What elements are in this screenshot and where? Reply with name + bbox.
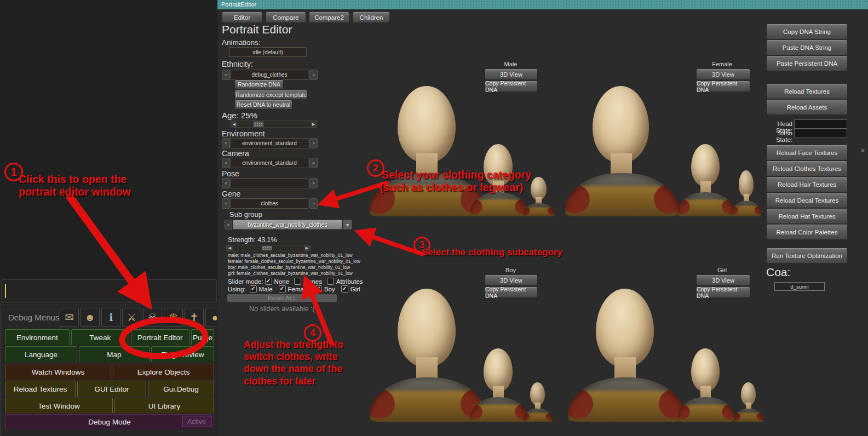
tab-compare[interactable]: Compare <box>266 12 306 23</box>
camera-next-button[interactable]: > <box>309 158 318 168</box>
reload-clothes-textures-button[interactable]: Reload Clothes Textures <box>766 160 848 176</box>
reload-color-palettes-button[interactable]: Reload Color Palettes <box>766 224 848 240</box>
boy-3d-view-button[interactable]: 3D View <box>485 274 538 286</box>
map-button[interactable]: Map <box>79 346 150 362</box>
male-copy-persistent-dna-button[interactable]: Copy Persistent DNA <box>485 81 538 92</box>
head-state-input[interactable] <box>794 119 847 129</box>
age-slider-right-arrow[interactable]: ▶ <box>311 121 317 127</box>
skull-icon[interactable]: ☠ <box>143 308 162 327</box>
flag-preview-button[interactable]: Flag Preview <box>151 346 214 362</box>
strength-slider-left-arrow[interactable]: ◀ <box>227 245 233 251</box>
reload-assets-button[interactable]: Reload Assets <box>766 99 848 115</box>
pose-next-button[interactable]: > <box>309 178 318 188</box>
reset-all-button[interactable]: Reset ALL <box>227 294 337 302</box>
pose-field[interactable] <box>231 178 308 188</box>
watch-windows-button[interactable]: Watch Windows <box>5 364 111 380</box>
subgroup-dropdown-arrow[interactable]: ▼ <box>343 220 352 230</box>
female-portrait-large[interactable] <box>560 85 683 216</box>
tab-editor[interactable]: Editor <box>222 12 262 23</box>
boy-portrait-medium[interactable] <box>467 348 530 422</box>
randomize-dna-button[interactable]: Randomize DNA <box>234 79 284 89</box>
subgroup-dropdown[interactable]: byzantine_war_nobility_clothes <box>233 220 342 230</box>
window-titlebar[interactable]: PortraitEditor <box>217 0 868 9</box>
slider-mode-genes[interactable]: Genes <box>294 278 322 285</box>
paste-dna-string-button[interactable]: Paste DNA String <box>766 39 848 55</box>
info-icon[interactable]: ℹ <box>101 308 120 327</box>
girl-3d-view-button[interactable]: 3D View <box>696 274 750 286</box>
none-checkbox[interactable]: ✓ <box>265 278 272 285</box>
reload-textures-button[interactable]: Reload Textures <box>766 83 848 99</box>
animations-field[interactable]: idle (default) <box>229 47 307 57</box>
female-portrait-small[interactable] <box>731 170 762 216</box>
copy-dna-string-button[interactable]: Copy DNA String <box>766 24 848 39</box>
soldier-icon[interactable]: ⚔ <box>122 308 141 327</box>
camera-prev-button[interactable]: < <box>222 158 230 168</box>
tab-compare2[interactable]: Compare2 <box>309 12 349 23</box>
gui-editor-button[interactable]: GUI Editor <box>77 381 146 397</box>
reset-dna-to-neutral-button[interactable]: Reset DNA to neutral <box>234 100 292 110</box>
reload-textures-menu-button[interactable]: Reload Textures <box>5 381 76 397</box>
camera-field[interactable]: environment_standard <box>231 158 308 168</box>
portrait-editor-button[interactable]: Portrait Editor <box>131 329 190 345</box>
cross-icon[interactable]: ✝ <box>185 308 204 327</box>
language-button[interactable]: Language <box>5 346 77 362</box>
using-boy[interactable]: ✓ Boy <box>315 285 335 292</box>
paste-persistent-dna-button[interactable]: Paste Persistent DNA <box>766 55 848 71</box>
reload-hair-textures-button[interactable]: Reload Hair Textures <box>766 176 848 192</box>
using-male[interactable]: ✓ Male <box>250 285 273 292</box>
male-checkbox[interactable]: ✓ <box>250 285 257 292</box>
age-slider[interactable]: ◀ ▶ <box>231 121 317 128</box>
using-female[interactable]: ✓ Female <box>279 285 309 292</box>
mail-icon[interactable]: ✉ <box>60 308 79 327</box>
gui-debug-button[interactable]: Gui.Debug <box>148 381 214 397</box>
attributes-checkbox[interactable] <box>327 278 334 285</box>
torso-state-input[interactable] <box>794 129 847 138</box>
environment-next-button[interactable]: > <box>309 138 318 148</box>
using-girl[interactable]: ✓ Girl <box>341 285 360 292</box>
female-portrait-medium[interactable] <box>675 144 737 216</box>
debug-mode-button[interactable]: Debug Mode Active <box>5 414 214 429</box>
explore-objects-button[interactable]: Explore Objects <box>113 364 214 380</box>
run-texture-optimization-button[interactable]: Run Texture Optimization <box>766 248 848 263</box>
crown-icon[interactable]: ♛ <box>164 308 183 327</box>
female-copy-persistent-dna-button[interactable]: Copy Persistent DNA <box>696 81 750 92</box>
gene-field[interactable]: clothes <box>231 198 308 209</box>
console-input[interactable] <box>1 279 217 303</box>
character-icon[interactable]: ☻ <box>81 308 100 327</box>
reload-hat-textures-button[interactable]: Reload Hat Textures <box>766 208 848 224</box>
environment-field[interactable]: environment_standard <box>231 138 308 148</box>
tweak-button[interactable]: Tweak <box>71 329 129 345</box>
female-checkbox[interactable]: ✓ <box>279 285 286 292</box>
subgroup-prev-button[interactable]: < <box>225 220 232 230</box>
gene-prev-button[interactable]: < <box>222 198 230 209</box>
girl-checkbox[interactable]: ✓ <box>341 285 348 292</box>
ui-library-button[interactable]: UI Library <box>114 398 214 413</box>
purge-button[interactable]: Purge <box>191 329 214 345</box>
genes-checkbox[interactable] <box>294 278 301 285</box>
slider-mode-attributes[interactable]: Attributes <box>327 278 363 285</box>
girl-portrait-small[interactable] <box>733 382 764 422</box>
girl-portrait-medium[interactable] <box>675 348 737 422</box>
ethnicity-prev-button[interactable]: < <box>222 70 230 80</box>
age-slider-thumb[interactable] <box>254 122 263 127</box>
boy-checkbox[interactable]: ✓ <box>315 285 322 292</box>
pose-prev-button[interactable]: < <box>222 178 230 188</box>
strength-slider[interactable]: ◀ ▶ <box>226 245 311 251</box>
boy-portrait-small[interactable] <box>522 382 554 422</box>
gene-next-button[interactable]: > <box>309 198 318 209</box>
strength-slider-thumb[interactable] <box>262 246 272 250</box>
female-3d-view-button[interactable]: 3D View <box>696 68 750 80</box>
randomize-except-template-button[interactable]: Randomize except template <box>234 90 308 100</box>
girl-portrait-large[interactable] <box>563 288 689 422</box>
tab-children[interactable]: Children <box>353 12 390 23</box>
age-slider-left-arrow[interactable]: ◀ <box>231 121 237 127</box>
coa-field[interactable]: d_sunni <box>774 282 825 291</box>
environment-button[interactable]: Environment <box>5 329 70 345</box>
boy-copy-persistent-dna-button[interactable]: Copy Persistent DNA <box>485 286 538 298</box>
environment-prev-button[interactable]: < <box>222 138 230 148</box>
reload-face-textures-button[interactable]: Reload Face Textures <box>766 145 848 160</box>
ethnicity-field[interactable]: debug_clothes <box>231 70 308 80</box>
strength-slider-right-arrow[interactable]: ▶ <box>304 245 310 251</box>
close-icon[interactable]: ✕ <box>860 147 865 154</box>
male-3d-view-button[interactable]: 3D View <box>485 68 538 80</box>
